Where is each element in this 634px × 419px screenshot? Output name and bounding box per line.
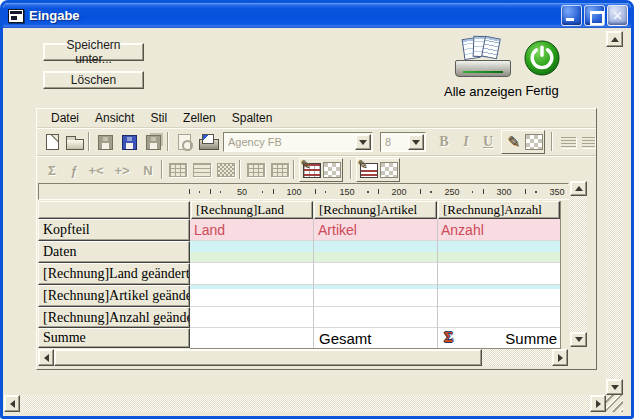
scrollbar-thumb[interactable] [54,349,482,366]
transparent-pattern-button[interactable] [525,134,543,150]
band-daten[interactable] [190,241,561,263]
row-label-daten[interactable]: Daten [38,241,190,263]
band-artikel-geaendert[interactable] [190,285,561,307]
font-size-dropdown-button[interactable] [408,134,424,150]
column-header-artikel[interactable]: [Rechnung]Artikel [314,201,437,219]
font-name-value: Agency FB [224,136,355,148]
menu-bar: Datei Ansicht Stil Zellen Spalten [37,109,596,128]
arrow-right-icon [558,354,563,362]
row-label-kopfteil[interactable]: Kopfteil [38,219,190,241]
maximize-button[interactable] [584,5,605,26]
cell-kopfteil-land[interactable]: Land [190,219,313,241]
row-transparent-button[interactable] [380,162,398,178]
resize-grip[interactable] [606,395,623,412]
font-size-combobox[interactable]: 8 [380,132,426,152]
save-blue-icon [122,135,137,150]
window-icon [8,9,24,23]
toolbar-separator [551,132,553,151]
toolbar-separator [161,160,163,179]
menu-item-datei[interactable]: Datei [43,110,87,126]
printer-icon [451,36,515,82]
table-fill-button-disabled [215,159,237,181]
cell-transparent-button[interactable] [323,162,341,178]
font-name-combobox[interactable]: Agency FB [223,132,373,152]
sum-button-disabled: Σ [41,159,63,181]
column-left-button-disabled [245,159,267,181]
open-button[interactable] [64,131,86,153]
scroll-left-button[interactable] [4,395,20,412]
done-label: Fertig [519,83,565,98]
app-window: Eingabe Speichern unter... Löschen Alle … [0,0,634,419]
grid-horizontal-scrollbar[interactable] [38,349,568,366]
new-document-button[interactable] [41,131,63,153]
row-label-land-geaendert[interactable]: [Rechnung]Land geändert [38,263,190,285]
align-left-icon [561,137,576,148]
scroll-up-button[interactable] [570,181,587,196]
show-all-label: Alle anzeigen [443,84,523,99]
formula-icon: ƒ [70,163,77,178]
band-anzahl-geaendert[interactable] [190,307,561,328]
row-label-artikel-geaendert[interactable]: [Rechnung]Artikel geändert [38,285,190,307]
horizontal-ruler: 50 100 150 200 250 300 350 [38,183,569,200]
scroll-down-button[interactable] [570,332,587,347]
column-header-land[interactable]: [Rechnung]Land [191,201,313,219]
close-button[interactable] [607,5,628,26]
grid-line [190,262,561,263]
done-button[interactable]: Fertig [519,39,565,98]
grid-line [190,284,561,285]
insert-before-button-disabled: +< [85,159,107,181]
save-as-button[interactable]: Speichern unter... [43,43,144,61]
new-document-icon [46,134,59,150]
new-column-icon: N [143,163,152,178]
scroll-right-button[interactable] [552,349,568,366]
grid-line [190,240,561,241]
save-report-button[interactable] [118,131,140,153]
report-editor-panel: Datei Ansicht Stil Zellen Spalten Agency… [36,108,597,370]
print-button[interactable] [197,131,219,153]
title-bar[interactable]: Eingabe [3,3,631,28]
scroll-left-button[interactable] [38,349,54,366]
toolbar-format: Agency FB 8 B I U ✎ [37,129,596,156]
scroll-down-button[interactable] [606,379,623,395]
chevron-down-icon [359,140,367,145]
delete-button[interactable]: Löschen [43,71,144,89]
cell-pen-button[interactable]: ✎ [301,160,322,181]
grid-line [313,219,314,348]
menu-item-spalten[interactable]: Spalten [224,110,281,126]
grid-vertical-scrollbar[interactable] [570,181,587,347]
scroll-up-button[interactable] [606,31,623,47]
band-land-geaendert[interactable] [190,263,561,285]
row-label-anzahl-geaendert[interactable]: [Rechnung]Anzahl geändert [38,307,190,328]
window-horizontal-scrollbar[interactable] [4,395,606,412]
column-right-button-disabled [269,159,291,181]
text-pen-button[interactable]: ✎ [503,132,524,153]
grid-line [560,201,561,348]
cell-kopfteil-anzahl[interactable]: Anzahl [437,219,561,241]
show-all-button[interactable]: Alle anzeigen [443,36,523,99]
grid-line [437,219,438,348]
minimize-button[interactable] [561,5,582,26]
menu-item-stil[interactable]: Stil [142,110,175,126]
cell-kopfteil-artikel[interactable]: Artikel [314,219,437,241]
row-pen-button[interactable]: ✎ [358,160,379,181]
arrow-down-icon [611,385,619,390]
row-label-summe[interactable]: Summe [38,328,190,348]
font-name-dropdown-button[interactable] [355,134,371,150]
cell-summe-empty[interactable] [190,328,313,348]
cell-summe-total[interactable]: Σ Summe [437,328,561,348]
menu-item-ansicht[interactable]: Ansicht [87,110,142,126]
ruler-ticks: 50 100 150 200 250 300 350 [189,185,566,198]
column-grid-icon [247,163,265,177]
save-all-icon [146,135,161,150]
ruler-label: 50 [230,185,254,199]
italic-icon: I [463,134,468,150]
column-header-anzahl[interactable]: [Rechnung]Anzahl [438,201,560,219]
pen-rows-icon: ✎ [360,163,378,178]
cell-summe-gesamt[interactable]: Gesamt [314,328,437,348]
underline-button-disabled: U [477,131,499,153]
arrow-up-icon [575,186,583,191]
scroll-right-button[interactable] [590,395,606,412]
window-vertical-scrollbar[interactable] [606,31,623,395]
chevron-down-icon [412,140,420,145]
menu-item-zellen[interactable]: Zellen [175,110,224,126]
